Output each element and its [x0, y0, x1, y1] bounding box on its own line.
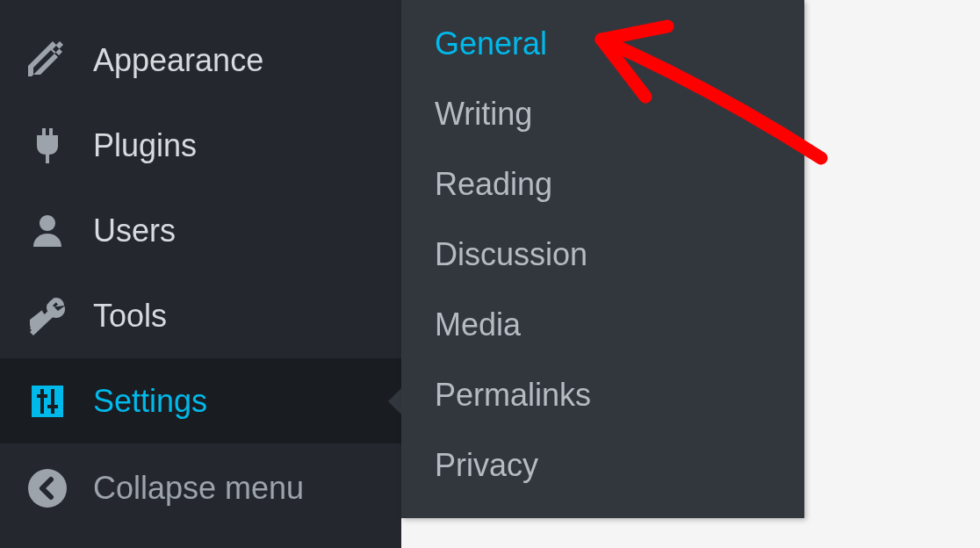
submenu-item-general[interactable]: General [401, 9, 804, 79]
sidebar-item-users[interactable]: Users [0, 188, 401, 273]
sidebar-item-label: Appearance [93, 42, 263, 79]
svg-point-1 [28, 469, 67, 508]
submenu-item-writing[interactable]: Writing [401, 79, 804, 149]
appearance-icon [26, 40, 68, 82]
submenu-item-reading[interactable]: Reading [401, 149, 804, 220]
sidebar-item-label: Collapse menu [93, 470, 304, 507]
sidebar-item-label: Users [93, 213, 176, 249]
settings-submenu: General Writing Reading Discussion Media… [401, 0, 804, 518]
settings-icon [26, 380, 68, 422]
sidebar-item-tools[interactable]: Tools [0, 273, 401, 358]
collapse-icon [26, 467, 68, 509]
plugins-icon [26, 125, 68, 167]
admin-sidebar: Appearance Plugins Users Tools Settings … [0, 0, 401, 548]
sidebar-item-plugins[interactable]: Plugins [0, 103, 401, 188]
svg-rect-0 [32, 386, 63, 417]
submenu-item-discussion[interactable]: Discussion [401, 220, 804, 290]
sidebar-item-settings[interactable]: Settings [0, 358, 401, 443]
users-icon [26, 210, 68, 252]
sidebar-item-label: Plugins [93, 127, 197, 164]
tools-icon [26, 295, 68, 337]
submenu-item-media[interactable]: Media [401, 290, 804, 360]
sidebar-item-collapse[interactable]: Collapse menu [0, 443, 401, 523]
sidebar-item-label: Settings [93, 383, 207, 420]
sidebar-item-appearance[interactable]: Appearance [0, 0, 401, 103]
submenu-item-permalinks[interactable]: Permalinks [401, 360, 804, 430]
submenu-item-privacy[interactable]: Privacy [401, 430, 804, 501]
sidebar-item-label: Tools [93, 298, 167, 335]
